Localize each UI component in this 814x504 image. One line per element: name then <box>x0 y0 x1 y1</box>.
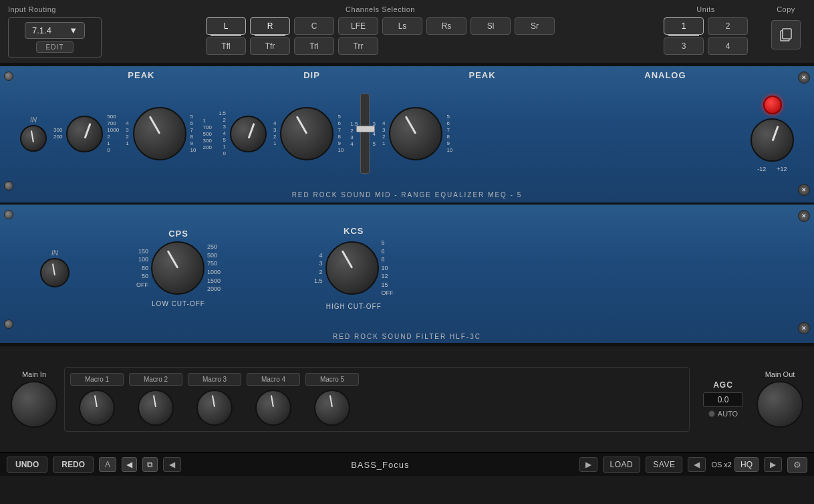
channel-btn-Trl[interactable]: Trl <box>294 37 334 55</box>
macro-section: Macro 1 Macro 2 Macro 3 Macro 4 Macro 5 <box>64 367 690 432</box>
filter-knobs-area: IN CPS 1501008050OFF 2505007501000150020… <box>0 205 814 332</box>
unit-btn-1[interactable]: 1 <box>664 17 704 35</box>
channel-btn-R[interactable]: R <box>250 17 290 35</box>
channel-btn-Sr[interactable]: Sr <box>515 17 555 35</box>
eq-titles-row: PEAK DIP PEAK ANALOG <box>0 66 814 80</box>
input-routing-section: Input Routing 7.1.4 ▼ EDIT <box>8 5 102 57</box>
analog-title: ANALOG <box>644 70 686 80</box>
os-hq-group: OS x2 HQ <box>711 457 759 472</box>
macro-3-knob[interactable] <box>196 390 233 426</box>
channel-btn-Ls[interactable]: Ls <box>382 17 422 35</box>
cps-knob[interactable] <box>151 241 205 295</box>
filter-in-group: IN <box>40 249 70 287</box>
filter-in-knob[interactable] <box>40 258 70 287</box>
peak-r-slider[interactable] <box>360 94 370 174</box>
macro-1-knob[interactable] <box>79 390 115 426</box>
peak-l-boost-group: 4321 5678910 <box>126 107 196 160</box>
peak-r-boost-group: 4321 5678910 <box>382 107 452 160</box>
status-letter: A <box>99 457 116 472</box>
dropdown-arrow-icon: ▼ <box>69 25 78 35</box>
top-bar: Input Routing 7.1.4 ▼ EDIT Channels Sele… <box>0 0 814 64</box>
filter-right-screws: ✕ ✕ <box>798 210 810 334</box>
copy-pages-icon: ⧉ <box>147 460 153 469</box>
copy-icon <box>778 27 794 43</box>
macro-2-button[interactable]: Macro 2 <box>129 373 182 386</box>
kcs-scale-right: 568101215OFF <box>382 239 394 297</box>
macro-3-button[interactable]: Macro 3 <box>188 373 241 386</box>
filter-left-screws <box>4 210 13 329</box>
copy-label: Copy <box>777 5 795 13</box>
macro-4-button[interactable]: Macro 4 <box>247 373 300 386</box>
svg-rect-1 <box>783 29 791 39</box>
peak-r-left-scale: 1.5234 <box>350 121 358 147</box>
main-in-label: Main In <box>22 370 46 378</box>
eq-knobs-area: IN 300200 5007001000210 4321 <box>0 80 814 187</box>
peak-r-boost-knob[interactable] <box>389 107 442 160</box>
channel-btn-Rs[interactable]: Rs <box>426 17 466 35</box>
peak-l-freq-knob[interactable] <box>66 116 103 152</box>
main-out-label: Main Out <box>765 370 795 378</box>
main-in-knob[interactable] <box>11 381 57 428</box>
prev-icon-btn[interactable]: ◀ <box>122 457 137 472</box>
input-routing-dropdown[interactable]: 7.1.4 ▼ <box>25 22 85 39</box>
dip-boost-scale-r: 5678910 <box>337 114 344 153</box>
channels-selection-section: Channels Selection L R C LFE Ls Rs Sl Sr… <box>115 5 646 55</box>
undo-button[interactable]: UNDO <box>7 457 47 473</box>
macro-2-knob[interactable] <box>138 390 174 426</box>
channel-btn-L[interactable]: L <box>206 17 246 35</box>
eq-in-knob[interactable] <box>20 125 47 152</box>
kcs-knob-row: 4321.5 568101215OFF <box>314 239 394 297</box>
copy-button[interactable] <box>771 20 801 49</box>
peak-l-boost-scale-l: 4321 <box>126 121 128 146</box>
dip-boost-knob[interactable] <box>280 107 333 160</box>
unit-btn-3[interactable]: 3 <box>664 37 704 55</box>
os-nav-left-btn[interactable]: ◀ <box>688 457 706 472</box>
main-out-knob[interactable] <box>757 381 803 428</box>
eq-panel: ✕ ✕ PEAK DIP PEAK ANALOG IN 300200 <box>0 64 814 205</box>
macro-1-button[interactable]: Macro 1 <box>70 373 124 386</box>
analog-level-knob[interactable] <box>751 118 794 162</box>
unit-btn-4[interactable]: 4 <box>708 37 748 55</box>
channels-row-1: L R C LFE Ls Rs Sl Sr <box>115 17 646 35</box>
agc-value: 0.0 <box>703 392 743 407</box>
os-nav-right-btn[interactable]: ▶ <box>764 457 782 472</box>
screw-filter-bl <box>4 320 13 329</box>
macro-5-button[interactable]: Macro 5 <box>305 373 359 386</box>
dip-boost-scale-l: 4321 <box>273 121 276 146</box>
nav-left-btn[interactable]: ◀ <box>163 457 181 472</box>
channel-btn-Sl[interactable]: Sl <box>470 17 511 35</box>
nav-right-btn[interactable]: ▶ <box>579 457 597 472</box>
analog-red-button[interactable] <box>763 96 782 114</box>
channel-btn-Trr[interactable]: Trr <box>338 37 378 55</box>
auto-dot-icon <box>708 410 715 417</box>
cps-scale-right: 250500750100015002000 <box>207 243 221 293</box>
save-button[interactable]: SAVE <box>646 457 682 473</box>
redo-button[interactable]: REDO <box>53 457 94 473</box>
unit-btn-2[interactable]: 2 <box>708 17 748 35</box>
peak-right-title: PEAK <box>468 70 495 80</box>
filter-close-icon-tr[interactable]: ✕ <box>798 210 810 222</box>
channel-btn-C[interactable]: C <box>294 17 334 35</box>
peak-l-scale-right: 5007001000210 <box>107 114 119 153</box>
macro-5-knob[interactable] <box>314 390 350 426</box>
eq-in-label: IN <box>30 116 37 124</box>
filter-footer: RED ROCK SOUND FILTER HLF-3C <box>0 333 814 340</box>
edit-button[interactable]: EDIT <box>36 41 74 53</box>
copy-pages-btn[interactable]: ⧉ <box>142 457 158 472</box>
kcs-knob[interactable] <box>325 241 379 295</box>
macro-4-knob[interactable] <box>255 390 291 426</box>
hq-button[interactable]: HQ <box>734 457 759 472</box>
load-button[interactable]: LOAD <box>603 457 641 473</box>
macro-3-group: Macro 3 <box>188 373 241 426</box>
channel-btn-Tfr[interactable]: Tfr <box>250 37 290 55</box>
peak-l-boost-knob[interactable] <box>133 107 186 160</box>
eq-footer: RED ROCK SOUND MID - RANGE EQUALIZER MEQ… <box>0 190 814 200</box>
db-scale-row: -12 +12 <box>757 166 787 172</box>
channels-selection-label: Channels Selection <box>346 5 415 13</box>
dip-freq-knob[interactable] <box>230 116 267 152</box>
gear-button[interactable]: ⚙ <box>787 457 807 473</box>
channel-btn-Tfl[interactable]: Tfl <box>206 37 246 55</box>
cps-title: CPS <box>168 229 188 239</box>
peak-r-boost-scale-r: 5678910 <box>446 114 452 153</box>
channel-btn-LFE[interactable]: LFE <box>338 17 378 35</box>
